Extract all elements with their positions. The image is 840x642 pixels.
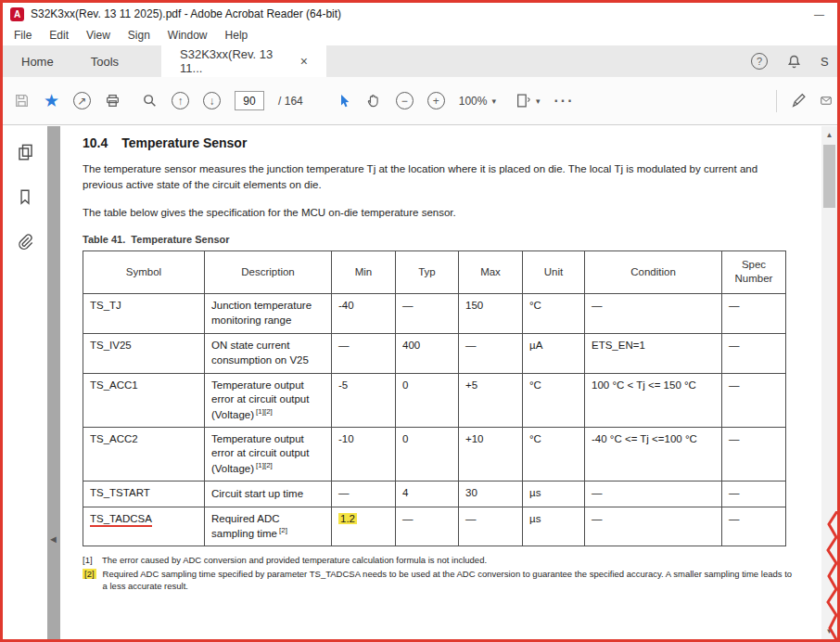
table-header-row: Symbol Description Min Typ Max Unit Cond…: [83, 250, 786, 293]
tab-document[interactable]: S32K3xx(Rev. 13 11... ×: [161, 45, 326, 77]
cell-min: —: [338, 487, 350, 498]
section-title: Temperature Sensor: [121, 135, 247, 150]
table-row-highlighted: TS_TADCSA Required ADC sampling time[2] …: [83, 507, 786, 546]
more-tools-icon[interactable]: ···: [554, 93, 575, 109]
page-view-dropdown[interactable]: ▾: [515, 93, 541, 109]
table-caption: Table 41. Temperature Sensor: [83, 234, 797, 245]
footnote-ref: [2]: [279, 526, 287, 534]
menu-window[interactable]: Window: [168, 29, 208, 42]
acrobat-window: A S32K3xx(Rev. 13 11 2025).pdf - Adobe A…: [0, 0, 840, 642]
menu-bar: File Edit View Sign Window Help: [3, 25, 837, 45]
bookmarks-icon[interactable]: [17, 188, 33, 205]
signin-button-partial[interactable]: S: [821, 55, 834, 69]
attachments-paperclip-icon[interactable]: [17, 233, 33, 250]
scrollbar-thumb[interactable]: [823, 145, 835, 208]
help-icon[interactable]: ?: [751, 53, 768, 70]
cell-spec: —: [729, 300, 740, 311]
cell-min: -40: [338, 300, 354, 311]
cell-typ: 4: [402, 487, 408, 498]
cell-description: Required ADC sampling time: [211, 513, 280, 539]
cell-max: 150: [465, 300, 483, 311]
menu-edit[interactable]: Edit: [49, 29, 69, 42]
cell-spec: —: [729, 340, 740, 351]
cell-condition: —: [592, 300, 603, 311]
footnote-2: [2] Required ADC sampling time specified…: [83, 569, 797, 593]
paragraph-2: The table below gives the specification …: [83, 205, 797, 221]
email-icon[interactable]: [821, 93, 832, 109]
table-row: TS_IV25 ON state current consumption on …: [83, 333, 786, 373]
cell-symbol: TS_ACC1: [90, 379, 138, 391]
temperature-sensor-table: Symbol Description Min Typ Max Unit Cond…: [83, 250, 786, 547]
tab-home[interactable]: Home: [3, 45, 72, 77]
footnote-1: [1] The error caused by ADC conversion a…: [83, 555, 797, 567]
page-count-label: / 164: [278, 95, 303, 108]
col-typ: Typ: [396, 250, 459, 293]
tabbar-right-group: ? S: [751, 45, 837, 77]
cell-unit: µs: [529, 487, 541, 498]
table-row: TS_TSTART Circuit start up time — 4 30 µ…: [83, 482, 786, 507]
cell-max: +10: [465, 433, 484, 444]
previous-page-icon[interactable]: ↑: [172, 92, 189, 109]
tab-document-label: S32K3xx(Rev. 13 11...: [180, 47, 293, 75]
cell-spec: —: [729, 379, 740, 391]
page-number-input[interactable]: [235, 91, 264, 110]
hand-tool-icon[interactable]: [366, 93, 382, 109]
chevron-down-icon: ▾: [536, 96, 541, 106]
cell-typ: 400: [402, 340, 420, 351]
col-symbol: Symbol: [83, 250, 205, 293]
save-icon[interactable]: [14, 93, 30, 109]
title-bar: A S32K3xx(Rev. 13 11 2025).pdf - Adobe A…: [3, 3, 837, 25]
print-icon[interactable]: [105, 93, 121, 109]
table-footnotes: [1] The error caused by ADC conversion a…: [83, 555, 797, 592]
toolbar-divider: [776, 90, 777, 112]
cell-symbol: TS_IV25: [90, 340, 132, 351]
next-page-icon[interactable]: ↓: [203, 92, 221, 109]
footnote-text: The error caused by ADC conversion and p…: [102, 555, 797, 567]
zoom-out-icon[interactable]: −: [396, 92, 414, 109]
fill-sign-pen-icon[interactable]: [791, 93, 807, 109]
footnote-marker-text: [2]: [83, 569, 96, 579]
minimize-button[interactable]: —: [808, 8, 830, 19]
vertical-scrollbar[interactable]: ▲ ▼: [821, 126, 837, 639]
scroll-up-icon[interactable]: ▲: [821, 127, 837, 142]
tab-tools[interactable]: Tools: [72, 45, 137, 77]
cell-condition: —: [592, 513, 603, 524]
cell-typ: 0: [402, 379, 408, 391]
cell-spec: —: [729, 487, 740, 498]
col-unit: Unit: [523, 250, 585, 293]
cell-condition: ETS_EN=1: [592, 340, 645, 351]
col-max: Max: [459, 250, 523, 293]
menu-help[interactable]: Help: [225, 29, 248, 42]
cell-unit: °C: [529, 379, 541, 391]
document-view[interactable]: 10.4Temperature Sensor The temperature s…: [47, 126, 821, 639]
select-tool-icon[interactable]: [337, 94, 352, 109]
zoom-in-icon[interactable]: +: [427, 92, 445, 109]
scroll-down-icon[interactable]: ▼: [821, 623, 837, 638]
cell-min-highlighted: 1.2: [338, 513, 357, 524]
menu-sign[interactable]: Sign: [128, 29, 150, 42]
tab-home-label: Home: [21, 55, 54, 69]
cell-description: ON state current consumption on V25: [211, 340, 309, 366]
menu-file[interactable]: File: [14, 29, 32, 42]
col-spec-number: Spec Number: [722, 250, 786, 293]
favorites-star-icon[interactable]: ★: [44, 92, 59, 109]
cell-typ: —: [402, 513, 414, 524]
zoom-level-dropdown[interactable]: 100% ▾: [459, 95, 496, 108]
tab-close-icon[interactable]: ×: [300, 54, 308, 69]
find-icon[interactable]: [142, 93, 158, 109]
cell-max: —: [465, 340, 477, 351]
cell-min: —: [338, 340, 350, 351]
cell-unit: µA: [529, 340, 542, 351]
notifications-bell-icon[interactable]: [786, 54, 802, 70]
col-condition: Condition: [585, 250, 722, 293]
footnote-marker: [1]: [83, 555, 95, 567]
collapse-panel-icon[interactable]: ◄: [48, 533, 58, 545]
cell-min: -5: [338, 379, 348, 391]
cell-typ: —: [402, 300, 414, 311]
page-thumbnails-icon[interactable]: [17, 143, 34, 160]
menu-view[interactable]: View: [86, 29, 110, 42]
chevron-down-icon: ▾: [491, 96, 496, 106]
share-icon[interactable]: ↗: [73, 92, 91, 109]
table-row: TS_TJ Junction temperature monitoring ra…: [83, 293, 786, 333]
table-row: TS_ACC1 Temperature output error at circ…: [83, 373, 786, 427]
